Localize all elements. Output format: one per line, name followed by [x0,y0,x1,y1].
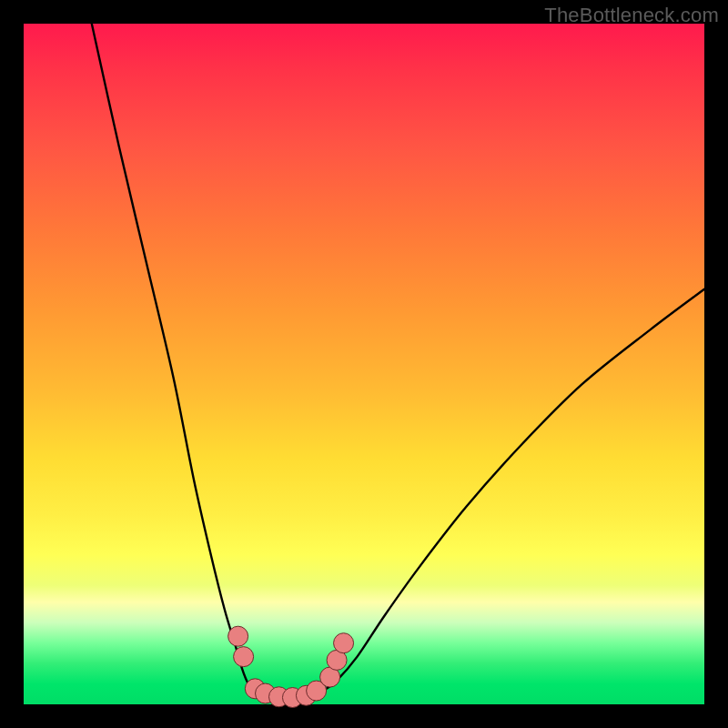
gradient-background [24,24,704,704]
watermark-text: TheBottleneck.com [544,4,719,27]
chart-frame: TheBottleneck.com [0,0,728,728]
